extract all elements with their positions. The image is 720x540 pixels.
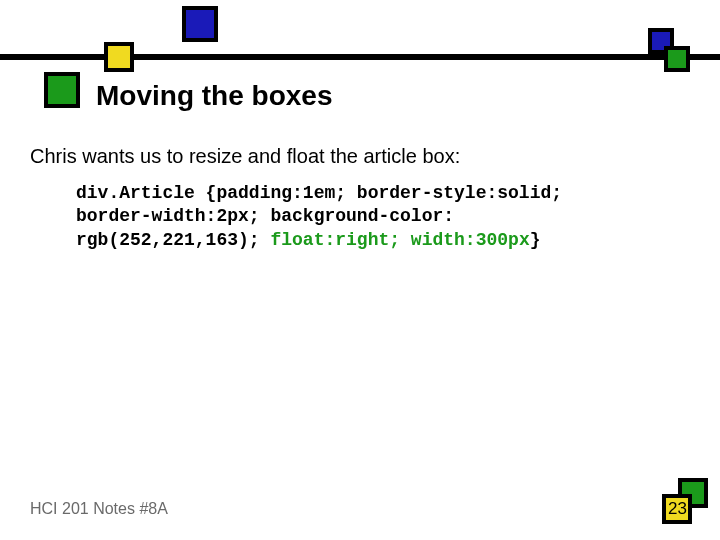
code-example: div.Article {padding:1em; border-style:s…: [76, 182, 656, 252]
deco-box-green: [44, 72, 80, 108]
code-line-3a: rgb(252,221,163);: [76, 230, 270, 250]
code-line-1: div.Article {padding:1em; border-style:s…: [76, 183, 562, 203]
code-line-2: border-width:2px; background-color:: [76, 206, 454, 226]
deco-box-yellow: [104, 42, 134, 72]
deco-box-green-small: [664, 46, 690, 72]
slide-body: Chris wants us to resize and float the a…: [30, 145, 460, 168]
slide-title: Moving the boxes: [96, 80, 332, 112]
code-line-3c: }: [530, 230, 541, 250]
deco-box-blue: [182, 6, 218, 42]
slide-footer: HCI 201 Notes #8A: [30, 500, 168, 518]
page-number: 23: [668, 499, 687, 519]
code-highlight: float:right; width:300px: [270, 230, 529, 250]
